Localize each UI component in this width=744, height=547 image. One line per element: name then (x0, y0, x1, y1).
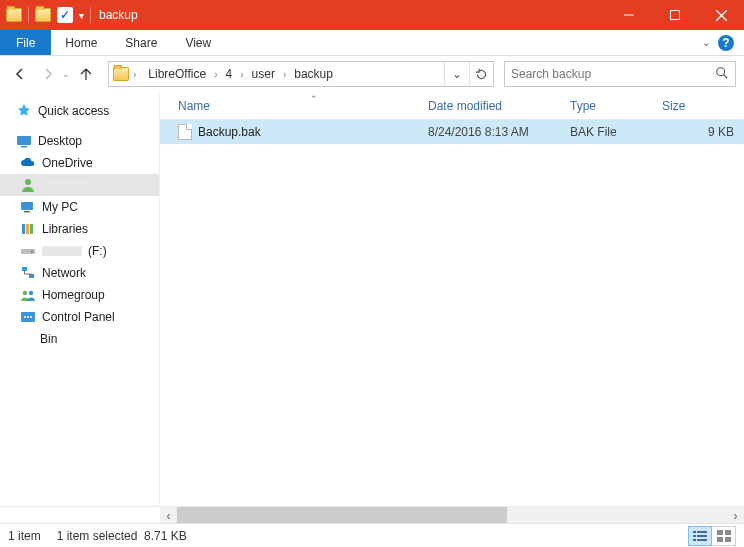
file-size: 9 KB (708, 125, 734, 139)
svg-point-15 (29, 291, 33, 295)
column-header-type[interactable]: Type (564, 99, 656, 113)
control-panel-icon (20, 309, 36, 325)
sidebar-item-bin[interactable]: Bin (0, 328, 159, 350)
minimize-ribbon-icon[interactable]: ⌄ (702, 37, 710, 48)
scrollbar-track[interactable] (177, 507, 727, 523)
redacted-label (42, 246, 82, 256)
close-button[interactable] (698, 0, 744, 30)
qat-dropdown-icon[interactable]: ▾ (79, 10, 84, 21)
file-row[interactable]: Backup.bak 8/24/2016 8:13 AM BAK File 9 … (160, 120, 744, 144)
quick-access-toolbar: ✓ ▾ (0, 7, 91, 23)
maximize-button[interactable] (652, 0, 698, 30)
scrollbar-thumb[interactable] (177, 507, 507, 524)
column-header-date[interactable]: Date modified (422, 99, 564, 113)
tab-share[interactable]: Share (111, 30, 171, 55)
help-icon[interactable]: ? (718, 35, 734, 51)
column-header-label: Type (570, 99, 596, 113)
search-input[interactable]: Search backup (504, 61, 736, 87)
file-list-empty-area[interactable] (160, 144, 744, 506)
column-header-label: Size (662, 99, 685, 113)
file-name: Backup.bak (198, 125, 261, 139)
file-tab-label: File (16, 36, 35, 50)
breadcrumb[interactable]: 4 (222, 67, 237, 81)
svg-rect-27 (725, 530, 731, 535)
svg-rect-20 (693, 531, 696, 533)
svg-rect-23 (697, 535, 707, 537)
drive-icon (20, 243, 36, 259)
file-tab[interactable]: File (0, 30, 51, 55)
qat-properties-icon[interactable]: ✓ (57, 7, 73, 23)
chevron-right-icon[interactable]: › (279, 69, 290, 80)
sidebar-item-label: Desktop (38, 134, 82, 148)
back-button[interactable] (8, 62, 32, 86)
svg-rect-28 (717, 537, 723, 542)
sidebar-item-homegroup[interactable]: Homegroup (0, 284, 159, 306)
up-button[interactable] (74, 62, 98, 86)
recent-locations-dropdown[interactable]: ⌄ (62, 69, 70, 79)
chevron-right-icon[interactable]: › (129, 69, 140, 80)
scroll-left-button[interactable]: ‹ (160, 507, 177, 524)
sidebar-item-my-pc[interactable]: My PC (0, 196, 159, 218)
chevron-right-icon[interactable]: › (236, 69, 247, 80)
sidebar-item-label: Network (42, 266, 86, 280)
breadcrumb-label: LibreOffice (148, 67, 206, 81)
breadcrumb-label: 4 (226, 67, 233, 81)
address-root-icon[interactable]: › (109, 67, 144, 81)
homegroup-icon (20, 287, 36, 303)
sidebar-item-user[interactable] (0, 174, 159, 196)
qat-folder-icon-2[interactable] (35, 8, 51, 22)
refresh-button[interactable] (469, 62, 493, 86)
column-header-name[interactable]: Name (172, 99, 422, 113)
svg-rect-24 (693, 539, 696, 541)
sidebar-item-label: Bin (40, 332, 57, 346)
tab-home[interactable]: Home (51, 30, 111, 55)
address-dropdown-button[interactable]: ⌄ (445, 62, 469, 86)
svg-point-17 (24, 316, 26, 318)
thumbnails-view-button[interactable] (712, 526, 736, 546)
horizontal-scrollbar[interactable]: ‹ › (0, 506, 744, 523)
desktop-icon (16, 133, 32, 149)
sidebar-item-label: Control Panel (42, 310, 115, 324)
user-icon (20, 177, 36, 193)
file-size-cell: 9 KB (656, 125, 744, 139)
sidebar-item-network[interactable]: Network (0, 262, 159, 284)
address-bar[interactable]: › LibreOffice › 4 › user › backup ⌄ (108, 61, 494, 87)
sidebar-item-label: Homegroup (42, 288, 105, 302)
svg-rect-29 (725, 537, 731, 542)
sidebar-item-quick-access[interactable]: Quick access (0, 100, 159, 122)
network-icon (20, 265, 36, 281)
scrollbar-spacer (0, 507, 160, 523)
sidebar-item-label: My PC (42, 200, 78, 214)
scroll-right-button[interactable]: › (727, 507, 744, 524)
status-selected: 1 item selected 8.71 KB (57, 529, 187, 543)
libraries-icon (20, 221, 36, 237)
sidebar-item-libraries[interactable]: Libraries (0, 218, 159, 240)
sidebar-item-desktop[interactable]: Desktop (0, 130, 159, 152)
search-icon[interactable] (715, 66, 729, 83)
details-view-button[interactable] (688, 526, 712, 546)
chevron-right-icon[interactable]: › (210, 69, 221, 80)
column-header-label: Name (178, 99, 210, 113)
breadcrumb[interactable]: backup (290, 67, 337, 81)
cloud-icon (20, 155, 36, 171)
minimize-button[interactable] (606, 0, 652, 30)
svg-point-18 (27, 316, 29, 318)
svg-rect-2 (17, 136, 31, 145)
breadcrumb[interactable]: user (248, 67, 279, 81)
sidebar-item-drive[interactable]: (F:) (0, 240, 159, 262)
sidebar-item-control-panel[interactable]: Control Panel (0, 306, 159, 328)
qat-separator (28, 7, 29, 23)
window-title: backup (99, 8, 138, 22)
column-header-size[interactable]: Size (656, 99, 744, 113)
file-date-cell: 8/24/2016 8:13 AM (422, 125, 564, 139)
qat-folder-icon[interactable] (6, 8, 22, 22)
window-controls (606, 0, 744, 30)
tab-view[interactable]: View (171, 30, 225, 55)
ribbon: File Home Share View ⌄ ? (0, 30, 744, 56)
sidebar-item-onedrive[interactable]: OneDrive (0, 152, 159, 174)
file-type: BAK File (570, 125, 617, 139)
file-name-cell: Backup.bak (172, 124, 422, 140)
star-icon (16, 103, 32, 119)
forward-button[interactable] (36, 62, 60, 86)
breadcrumb[interactable]: LibreOffice (144, 67, 210, 81)
